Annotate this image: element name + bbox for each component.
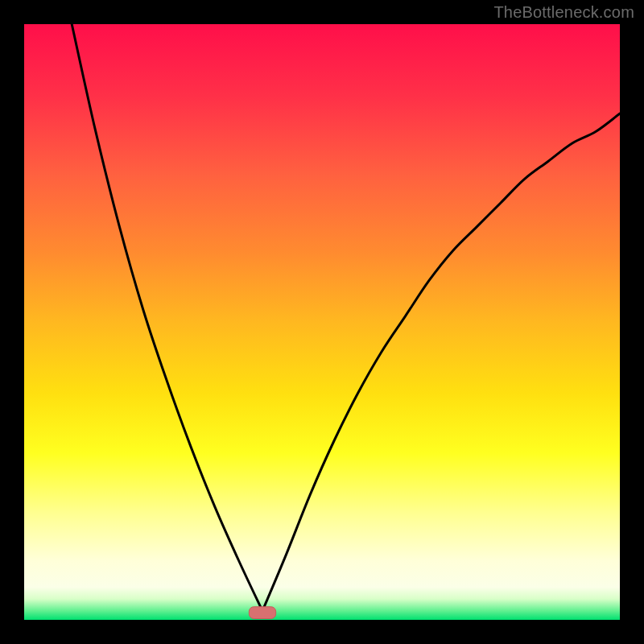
bottleneck-chart xyxy=(24,24,620,620)
chart-frame: TheBottleneck.com xyxy=(0,0,644,644)
optimum-marker xyxy=(249,607,275,619)
watermark-text: TheBottleneck.com xyxy=(493,3,634,22)
gradient-background xyxy=(24,24,620,620)
